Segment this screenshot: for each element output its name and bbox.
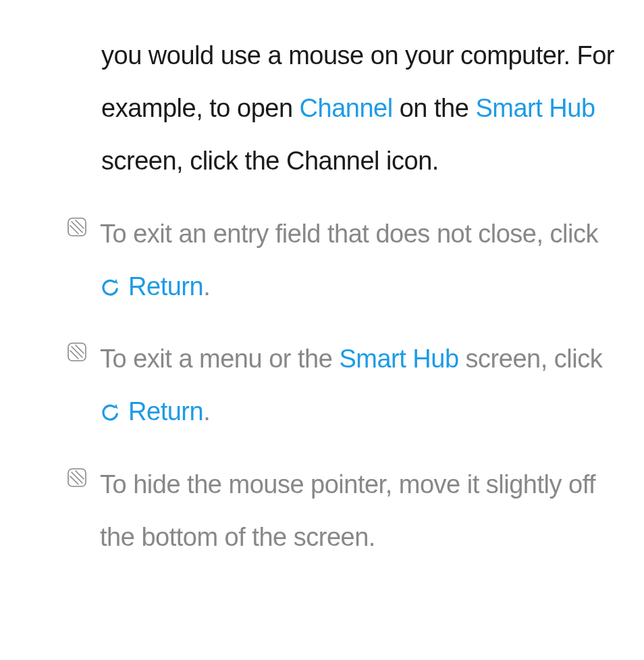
note-body: To exit an entry field that does not clo… <box>100 208 617 313</box>
text-run: To exit an entry field that does not clo… <box>100 220 598 248</box>
return-label: Return <box>128 272 203 301</box>
smart-hub-link: Smart Hub <box>475 94 595 122</box>
return-action: Return <box>100 272 203 301</box>
document-page: you would use a mouse on your computer. … <box>0 0 644 564</box>
text-run: on the <box>393 94 476 122</box>
return-label: Return <box>128 397 203 426</box>
smart-hub-link: Smart Hub <box>339 345 458 373</box>
text-run: To hide the mouse pointer, move it sligh… <box>100 470 595 551</box>
return-icon <box>100 262 120 315</box>
text-run: . <box>203 397 210 426</box>
note-body: To exit a menu or the Smart Hub screen, … <box>100 333 617 438</box>
note-icon <box>66 216 88 238</box>
text-run: screen, click the Channel icon. <box>101 147 439 175</box>
note-item: To hide the mouse pointer, move it sligh… <box>66 459 617 564</box>
note-icon <box>66 467 88 488</box>
channel-link: Channel <box>300 94 393 122</box>
note-item: To exit an entry field that does not clo… <box>66 208 617 313</box>
text-run: To exit a menu or the <box>100 345 339 373</box>
note-body: To hide the mouse pointer, move it sligh… <box>100 459 617 564</box>
return-icon <box>100 387 120 440</box>
text-run: screen, click <box>459 345 603 373</box>
intro-paragraph: you would use a mouse on your computer. … <box>101 30 617 188</box>
note-icon <box>66 341 88 363</box>
note-item: To exit a menu or the Smart Hub screen, … <box>66 333 617 438</box>
return-action: Return <box>100 397 203 426</box>
text-run: . <box>203 272 210 301</box>
